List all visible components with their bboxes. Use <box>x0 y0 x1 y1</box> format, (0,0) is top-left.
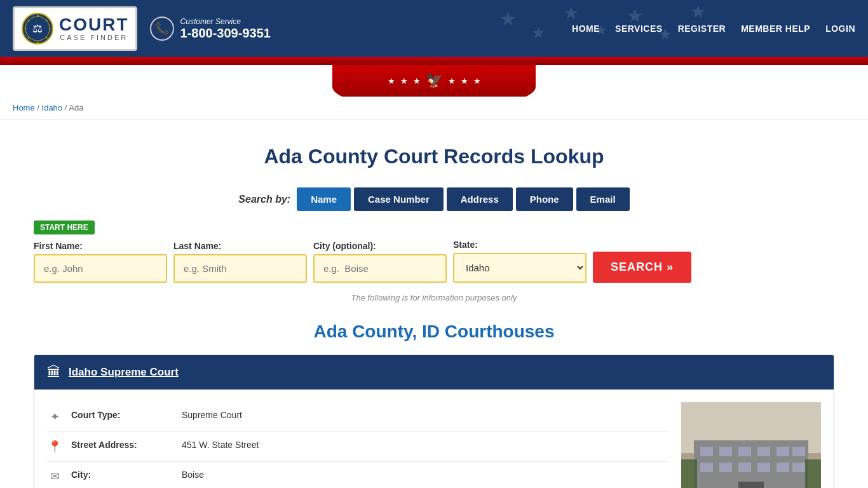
customer-service: 📞 Customer Service 1-800-309-9351 <box>150 17 271 41</box>
search-tab-case-number[interactable]: Case Number <box>354 187 444 211</box>
svg-rect-24 <box>738 447 751 456</box>
address-value: 451 W. State Street <box>182 440 259 450</box>
courthouse-header: 🏛 Idaho Supreme Court <box>34 355 834 390</box>
header-left: ★ ★ ★ ★ ★ ★ ★ ★ ⚖ COURT CASE FINDER 📞 Cu… <box>13 6 271 51</box>
city-detail-label: City: <box>71 470 173 480</box>
page-title: Ada County Court Records Lookup <box>34 145 834 168</box>
star-right-2: ★ <box>461 76 468 86</box>
svg-text:★: ★ <box>715 20 727 34</box>
logo-emblem-icon: ★ ★ ★ ★ ★ ★ ★ ★ ⚖ <box>21 12 54 45</box>
logo-case-finder-text: CASE FINDER <box>59 34 129 41</box>
star-right-1: ★ <box>448 76 456 86</box>
svg-text:★: ★ <box>690 2 706 22</box>
breadcrumb: Home / Idaho / Ada <box>0 97 868 119</box>
svg-rect-31 <box>757 463 770 472</box>
svg-rect-23 <box>719 447 732 456</box>
courthouse-image <box>681 402 821 488</box>
court-type-value: Supreme Court <box>182 410 242 420</box>
courthouse-body: ✦ Court Type: Supreme Court 📍 Street Add… <box>34 390 834 488</box>
courthouse-name-link[interactable]: Idaho Supreme Court <box>69 366 179 379</box>
search-by-row: Search by: Name Case Number Address Phon… <box>34 187 834 211</box>
search-button[interactable]: SEARCH » <box>593 252 691 283</box>
search-tab-phone[interactable]: Phone <box>516 187 573 211</box>
main-content: Ada County Court Records Lookup Search b… <box>21 119 847 488</box>
svg-rect-29 <box>719 463 732 472</box>
search-section: Search by: Name Case Number Address Phon… <box>34 187 834 302</box>
svg-text:⚖: ⚖ <box>32 22 43 35</box>
breadcrumb-county: Ada <box>69 103 83 112</box>
customer-service-phone: 1-800-309-9351 <box>180 26 271 41</box>
svg-text:★: ★ <box>563 3 579 23</box>
state-select[interactable]: Idaho Alabama Alaska Arizona <box>453 253 587 283</box>
courthouse-details: ✦ Court Type: Supreme Court 📍 Street Add… <box>47 402 668 488</box>
courthouse-icon: 🏛 <box>47 364 61 381</box>
first-name-group: First Name: <box>34 241 167 283</box>
court-type-row: ✦ Court Type: Supreme Court <box>47 402 668 432</box>
last-name-input[interactable] <box>173 254 307 283</box>
customer-service-label: Customer Service <box>180 17 271 26</box>
address-icon: 📍 <box>47 440 62 454</box>
breadcrumb-home[interactable]: Home <box>13 103 35 112</box>
star-left-3: ★ <box>413 76 421 86</box>
start-here-badge: START HERE <box>34 220 95 234</box>
address-row: 📍 Street Address: 451 W. State Street <box>47 432 668 462</box>
svg-rect-33 <box>792 463 805 472</box>
court-type-icon: ✦ <box>47 410 62 424</box>
ribbon-arch: ★ ★ ★ 🦅 ★ ★ ★ <box>0 65 868 97</box>
svg-rect-36 <box>805 459 821 488</box>
courthouse-building-svg <box>681 402 821 488</box>
state-group: State: Idaho Alabama Alaska Arizona <box>453 240 587 283</box>
svg-text:★: ★ <box>627 5 644 26</box>
nav-login[interactable]: LOGIN <box>825 24 855 34</box>
phone-icon: 📞 <box>150 17 174 41</box>
eagle-stars: ★ ★ ★ 🦅 ★ ★ ★ <box>388 72 481 89</box>
site-header: ★ ★ ★ ★ ★ ★ ★ ★ ★ ★ ★ ★ ★ ★ ★ ★ <box>0 0 868 57</box>
search-tab-name[interactable]: Name <box>297 187 351 211</box>
courthouse-card: 🏛 Idaho Supreme Court ✦ Court Type: Supr… <box>34 355 834 488</box>
svg-rect-25 <box>757 447 770 456</box>
customer-service-text: Customer Service 1-800-309-9351 <box>180 17 271 41</box>
nav-member-help[interactable]: MEMBER HELP <box>741 24 810 34</box>
svg-rect-30 <box>738 463 751 472</box>
city-detail-icon: ✉ <box>47 470 62 484</box>
svg-rect-32 <box>776 463 789 472</box>
svg-rect-26 <box>776 447 789 456</box>
star-left-1: ★ <box>388 76 395 86</box>
logo-court-text: COURT <box>59 16 129 34</box>
star-right-3: ★ <box>473 76 481 86</box>
info-note: The following is for information purpose… <box>34 293 834 302</box>
state-label: State: <box>453 240 587 250</box>
svg-rect-27 <box>792 447 805 456</box>
courthouses-title: Ada County, ID Courthouses <box>34 322 834 342</box>
address-label: Street Address: <box>71 440 173 450</box>
search-form-row: First Name: Last Name: City (optional): … <box>34 240 834 283</box>
header-stars-decoration: ★ ★ ★ ★ ★ ★ ★ ★ <box>487 0 741 57</box>
star-left-2: ★ <box>400 76 408 86</box>
search-tab-address[interactable]: Address <box>447 187 513 211</box>
first-name-input[interactable] <box>34 254 167 283</box>
svg-rect-35 <box>681 459 697 488</box>
svg-rect-28 <box>700 463 713 472</box>
city-input[interactable] <box>313 254 447 283</box>
last-name-group: Last Name: <box>173 241 307 283</box>
last-name-label: Last Name: <box>173 241 307 251</box>
svg-text:★: ★ <box>36 41 39 44</box>
city-detail-value: Boise <box>182 470 204 480</box>
svg-text:★: ★ <box>531 24 545 41</box>
search-by-label: Search by: <box>238 194 290 205</box>
search-tab-email[interactable]: Email <box>576 187 630 211</box>
city-row: ✉ City: Boise <box>47 462 668 488</box>
breadcrumb-sep-1: / <box>37 103 41 112</box>
site-logo[interactable]: ★ ★ ★ ★ ★ ★ ★ ★ ⚖ COURT CASE FINDER <box>13 6 137 51</box>
breadcrumb-state[interactable]: Idaho <box>42 103 63 112</box>
svg-rect-22 <box>700 447 713 456</box>
first-name-label: First Name: <box>34 241 167 251</box>
eagle-icon: 🦅 <box>426 72 443 89</box>
svg-text:★: ★ <box>499 8 517 29</box>
svg-rect-34 <box>738 482 764 488</box>
svg-text:★: ★ <box>658 25 672 43</box>
red-ribbon <box>0 57 868 65</box>
court-type-label: Court Type: <box>71 410 173 420</box>
city-label: City (optional): <box>313 241 447 251</box>
logo-text: COURT CASE FINDER <box>59 16 129 41</box>
